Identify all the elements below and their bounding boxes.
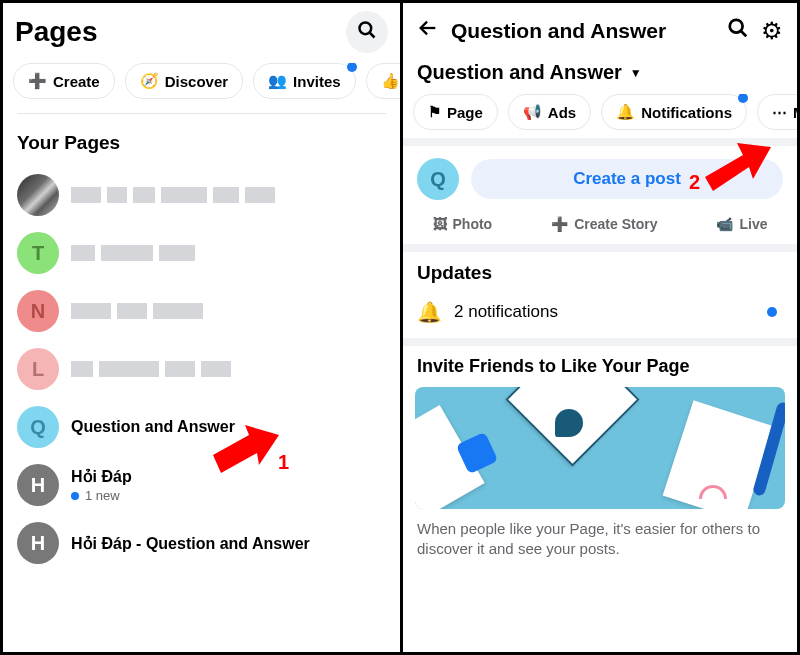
tab-more[interactable]: ⋯More [757, 94, 797, 130]
page-row[interactable]: N [3, 282, 400, 340]
page-row[interactable] [3, 166, 400, 224]
blurred-title [71, 187, 275, 203]
page-row[interactable]: H Hỏi Đáp 1 new [3, 456, 400, 514]
invite-heading: Invite Friends to Like Your Page [403, 346, 797, 387]
composer: Q Create a post [403, 146, 797, 212]
page-tabs: ⚑Page 📢Ads 🔔Notifications ⋯More [403, 94, 797, 138]
notification-dot [767, 307, 777, 317]
svg-point-0 [360, 22, 372, 34]
invite-illustration [415, 387, 785, 509]
page-row[interactable]: T [3, 224, 400, 282]
story-icon: ➕ [551, 216, 568, 232]
avatar: H [17, 522, 59, 564]
page-avatar: Q [417, 158, 459, 200]
blurred-title [71, 303, 203, 319]
chip-invites[interactable]: 👥Invites [253, 63, 356, 99]
tab-page[interactable]: ⚑Page [413, 94, 498, 130]
more-icon: ⋯ [772, 103, 787, 121]
svg-line-4 [741, 31, 747, 37]
composer-live[interactable]: 📹Live [716, 216, 767, 232]
composer-create-story[interactable]: ➕Create Story [551, 216, 657, 232]
search-button[interactable] [727, 17, 749, 45]
svg-line-1 [370, 32, 375, 37]
divider [403, 244, 797, 252]
page-row-question-answer[interactable]: Q Question and Answer [3, 398, 400, 456]
updates-heading: Updates [403, 252, 797, 290]
photo-icon: 🖼 [433, 216, 447, 232]
page-title: Pages [15, 16, 98, 48]
blurred-title [71, 245, 195, 261]
page-name: Question and Answer [71, 418, 235, 436]
chip-create[interactable]: ➕Create [13, 63, 115, 99]
chip-like[interactable]: 👍Like [366, 63, 400, 99]
composer-photo[interactable]: 🖼Photo [433, 216, 493, 232]
bell-icon: 🔔 [616, 103, 635, 121]
avatar: H [17, 464, 59, 506]
notification-dot [347, 63, 357, 72]
search-button[interactable] [346, 11, 388, 53]
divider [17, 113, 386, 114]
chip-discover[interactable]: 🧭Discover [125, 63, 243, 99]
avatar [17, 174, 59, 216]
blurred-title [71, 361, 231, 377]
page-name: Hỏi Đáp [71, 467, 132, 486]
avatar: Q [17, 406, 59, 448]
pages-list-screen: Pages ➕Create 🧭Discover 👥Invites 👍Like Y… [3, 3, 403, 652]
page-row[interactable]: H Hỏi Đáp - Question and Answer [3, 514, 400, 572]
settings-button[interactable]: ⚙ [761, 17, 783, 45]
your-pages-heading: Your Pages [3, 128, 400, 166]
compass-icon: 🧭 [140, 72, 159, 90]
live-icon: 📹 [716, 216, 733, 232]
composer-actions: 🖼Photo ➕Create Story 📹Live [403, 212, 797, 244]
avatar: T [17, 232, 59, 274]
header-title: Question and Answer [451, 19, 715, 43]
create-post-button[interactable]: Create a post [471, 159, 783, 199]
flag-icon: ⚑ [428, 103, 441, 121]
divider [403, 338, 797, 346]
plus-icon: ➕ [28, 72, 47, 90]
divider [403, 138, 797, 146]
back-button[interactable] [417, 17, 439, 45]
avatar: L [17, 348, 59, 390]
chevron-down-icon: ▼ [630, 66, 642, 80]
megaphone-icon: 📢 [523, 103, 542, 121]
new-dot [71, 492, 79, 500]
people-icon: 👥 [268, 72, 287, 90]
page-name-dropdown[interactable]: Question and Answer ▼ [403, 53, 797, 94]
page-name: Hỏi Đáp - Question and Answer [71, 534, 310, 553]
page-sub: 1 new [71, 488, 132, 503]
notification-dot [738, 94, 748, 103]
notifications-row[interactable]: 🔔 2 notifications [403, 290, 797, 338]
tab-ads[interactable]: 📢Ads [508, 94, 591, 130]
page-detail-screen: Question and Answer ⚙ Question and Answe… [403, 3, 797, 652]
invite-description: When people like your Page, it's easier … [403, 509, 797, 560]
svg-point-3 [730, 20, 743, 33]
page-row[interactable]: L [3, 340, 400, 398]
bell-icon: 🔔 [417, 300, 442, 324]
search-icon [357, 20, 377, 45]
top-chips: ➕Create 🧭Discover 👥Invites 👍Like [3, 63, 400, 113]
thumb-icon: 👍 [381, 72, 400, 90]
tab-notifications[interactable]: 🔔Notifications [601, 94, 747, 130]
avatar: N [17, 290, 59, 332]
